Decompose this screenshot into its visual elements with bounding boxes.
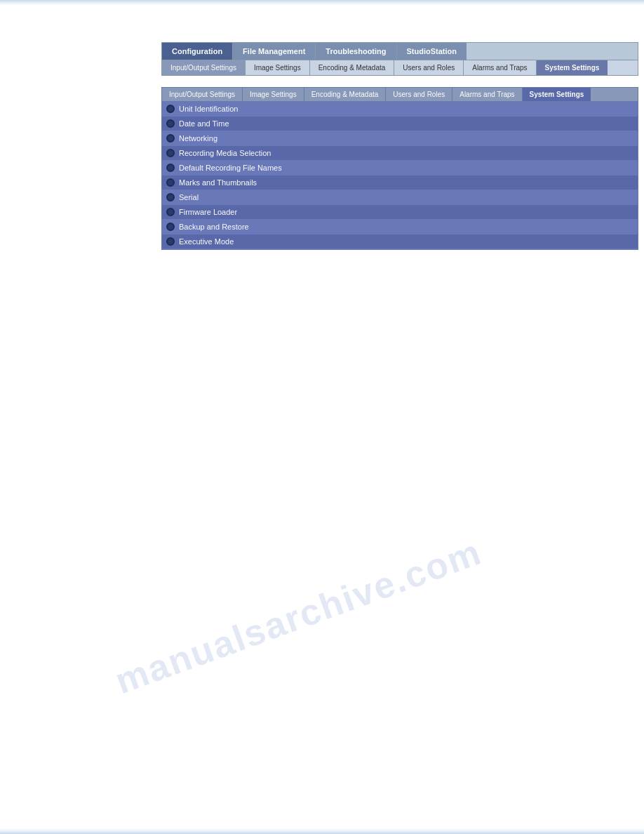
list-item-label-unit-id: Unit Identification [179, 105, 238, 113]
list-item-default-recording[interactable]: Default Recording File Names [162, 161, 638, 176]
bottom-bar [0, 828, 644, 834]
radio-firmware-loader[interactable] [166, 208, 175, 216]
inner-tab-input-output[interactable]: Input/Output Settings [162, 88, 243, 101]
list-item-label-recording-media: Recording Media Selection [179, 149, 271, 157]
tab-input-output[interactable]: Input/Output Settings [162, 60, 246, 75]
list-item-label-date-time: Date and Time [179, 119, 229, 128]
list-item-label-networking: Networking [179, 134, 217, 143]
primary-tabs: Configuration File Management Troublesho… [161, 42, 638, 60]
list-item-label-marks-thumbnails: Marks and Thumbnails [179, 178, 257, 187]
list-item-unit-id[interactable]: Unit Identification [162, 102, 638, 117]
inner-tab-system[interactable]: System Settings [523, 88, 591, 101]
inner-tab-encoding[interactable]: Encoding & Metadata [304, 88, 387, 101]
list-item-marks-thumbnails[interactable]: Marks and Thumbnails [162, 176, 638, 190]
tab-file-management[interactable]: File Management [233, 43, 316, 60]
list-item-networking[interactable]: Networking [162, 131, 638, 146]
tab-encoding-metadata[interactable]: Encoding & Metadata [310, 60, 395, 75]
list-item-executive-mode[interactable]: Executive Mode [162, 234, 638, 249]
main-content: Configuration File Management Troublesho… [161, 42, 638, 250]
inner-panel: Input/Output Settings Image Settings Enc… [161, 87, 638, 250]
tab-studiostation[interactable]: StudioStation [397, 43, 467, 60]
list-item-serial[interactable]: Serial [162, 190, 638, 205]
tab-alarms-traps[interactable]: Alarms and Traps [464, 60, 536, 75]
radio-recording-media[interactable] [166, 149, 175, 157]
radio-marks-thumbnails[interactable] [166, 178, 175, 187]
radio-unit-id[interactable] [166, 105, 175, 113]
radio-default-recording[interactable] [166, 164, 175, 172]
watermark: manualsarchive.com [109, 531, 487, 703]
list-item-label-default-recording: Default Recording File Names [179, 164, 282, 172]
radio-date-time[interactable] [166, 119, 175, 128]
radio-networking[interactable] [166, 134, 175, 143]
settings-list: Unit Identification Date and Time Networ… [162, 102, 638, 249]
inner-tab-alarms[interactable]: Alarms and Traps [452, 88, 522, 101]
radio-serial[interactable] [166, 193, 175, 201]
inner-tab-image[interactable]: Image Settings [243, 88, 304, 101]
tab-troubleshooting[interactable]: Troubleshooting [316, 43, 396, 60]
list-item-date-time[interactable]: Date and Time [162, 117, 638, 131]
list-item-firmware-loader[interactable]: Firmware Loader [162, 205, 638, 220]
list-item-backup-restore[interactable]: Backup and Restore [162, 220, 638, 234]
tab-image-settings[interactable]: Image Settings [246, 60, 310, 75]
inner-tabs: Input/Output Settings Image Settings Enc… [162, 88, 638, 102]
tab-configuration[interactable]: Configuration [162, 43, 233, 60]
tab-users-roles[interactable]: Users and Roles [394, 60, 464, 75]
radio-backup-restore[interactable] [166, 223, 175, 231]
list-item-label-backup-restore: Backup and Restore [179, 223, 249, 231]
top-bar [0, 0, 644, 6]
secondary-tabs: Input/Output Settings Image Settings Enc… [161, 60, 638, 76]
list-item-label-executive-mode: Executive Mode [179, 237, 234, 246]
inner-tab-users[interactable]: Users and Roles [386, 88, 452, 101]
list-item-label-serial: Serial [179, 193, 199, 201]
list-item-recording-media[interactable]: Recording Media Selection [162, 146, 638, 161]
radio-executive-mode[interactable] [166, 237, 175, 246]
tab-system-settings[interactable]: System Settings [537, 60, 608, 75]
list-item-label-firmware-loader: Firmware Loader [179, 208, 237, 216]
